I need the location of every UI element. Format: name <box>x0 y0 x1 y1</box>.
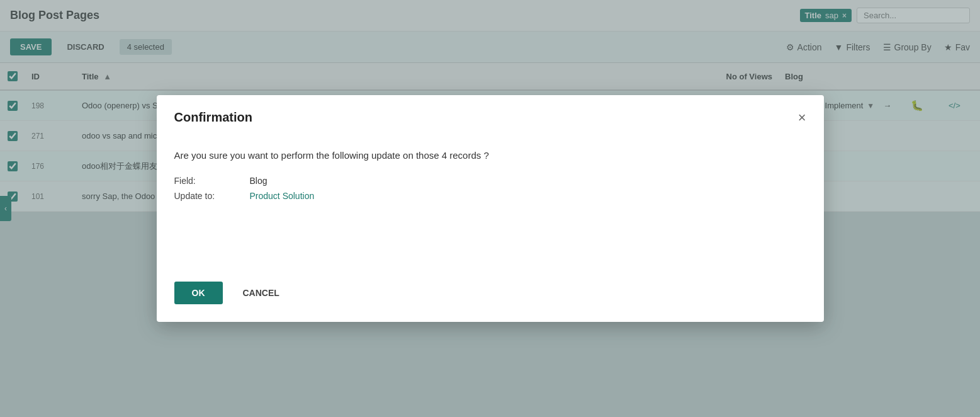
modal-footer: OK CANCEL <box>157 269 824 322</box>
field-value: Blog <box>250 176 268 186</box>
modal-title: Confirmation <box>174 110 252 125</box>
update-to-value: Product Solution <box>250 191 315 201</box>
field-label: Field: <box>174 176 250 186</box>
update-to-label: Update to: <box>174 191 250 201</box>
modal-body: Are you sure you want to perform the fol… <box>157 135 824 269</box>
cancel-button[interactable]: CANCEL <box>233 282 290 304</box>
confirmation-modal: Confirmation × Are you sure you want to … <box>157 95 824 322</box>
modal-header: Confirmation × <box>157 95 824 135</box>
ok-button[interactable]: OK <box>174 282 223 304</box>
modal-overlay: Confirmation × Are you sure you want to … <box>0 0 980 417</box>
modal-close-button[interactable]: × <box>798 111 806 125</box>
modal-question: Are you sure you want to perform the fol… <box>174 150 806 161</box>
modal-field-row: Field: Blog <box>174 176 806 186</box>
modal-update-row: Update to: Product Solution <box>174 191 806 201</box>
